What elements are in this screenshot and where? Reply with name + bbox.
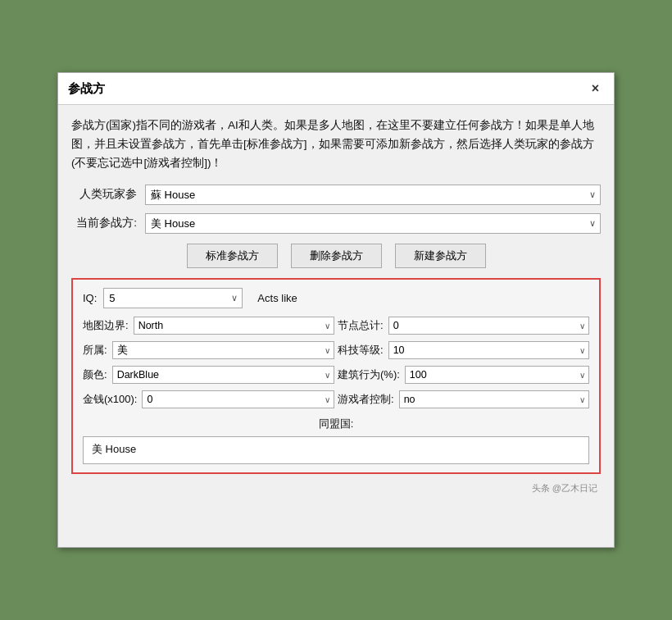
tech-level-select[interactable]: 10 [388,341,589,359]
build-behavior-label: 建筑行为(%): [338,367,400,382]
affiliation-select-wrapper: 美 [112,341,334,359]
node-total-select-wrapper: 0 [388,317,589,335]
node-total-select[interactable]: 0 [388,317,589,335]
current-faction-select-wrapper: 美 House [145,213,601,234]
money-row: 金钱(x100): 0 [83,390,334,408]
human-player-select[interactable]: 蘇 House [145,185,601,205]
map-border-row: 地图边界: North [83,317,334,335]
iq-select-wrapper: 5 [103,288,243,308]
human-player-label: 人类玩家参 [71,187,145,202]
build-behavior-row: 建筑行为(%): 100 [338,366,589,384]
build-behavior-select-wrapper: 100 [405,366,589,384]
build-behavior-select[interactable]: 100 [405,366,589,384]
color-label: 颜色: [83,367,107,382]
standard-faction-button[interactable]: 标准参战方 [187,244,278,268]
player-control-row: 游戏者控制: no [338,390,589,408]
content-area: 参战方(国家)指不同的游戏者，AI和人类。如果是多人地图，在这里不要建立任何参战… [58,105,614,506]
money-label: 金钱(x100): [83,392,137,407]
current-faction-select[interactable]: 美 House [145,213,601,234]
iq-select[interactable]: 5 [103,288,243,308]
dialog: 参战方 × 参战方(国家)指不同的游戏者，AI和人类。如果是多人地图，在这里不要… [57,72,615,548]
affiliation-row: 所属: 美 [83,341,334,359]
acts-like-label: Acts like [257,292,297,304]
ally-section-label: 同盟国: [83,417,589,431]
player-control-select[interactable]: no [399,390,589,408]
close-button[interactable]: × [587,80,604,98]
money-select[interactable]: 0 [142,390,334,408]
details-grid: 地图边界: North 节点总计: 0 [83,317,589,408]
color-select-wrapper: DarkBlue [112,366,334,384]
tech-level-label: 科技等级: [338,343,384,358]
new-faction-button[interactable]: 新建参战方 [395,244,486,268]
map-border-label: 地图边界: [83,318,129,333]
description-text: 参战方(国家)指不同的游戏者，AI和人类。如果是多人地图，在这里不要建立任何参战… [71,116,601,173]
iq-label: IQ: [83,292,97,304]
ally-box: 美 House [83,436,589,464]
watermark: 头条 @乙木日记 [71,482,601,495]
current-faction-row: 当前参战方: 美 House [71,213,601,234]
faction-details-section: IQ: 5 Acts like 地图边界: North [71,278,601,474]
ally-section: 同盟国: 美 House [83,417,589,464]
dialog-title: 参战方 [68,81,105,97]
human-player-row: 人类玩家参 蘇 House [71,185,601,205]
node-total-label: 节点总计: [338,318,384,333]
affiliation-label: 所属: [83,343,107,358]
title-bar: 参战方 × [58,73,614,105]
color-row: 颜色: DarkBlue [83,366,334,384]
human-player-select-wrapper: 蘇 House [145,185,601,205]
buttons-row: 标准参战方 删除参战方 新建参战方 [71,244,601,268]
map-border-select-wrapper: North [134,317,334,335]
delete-faction-button[interactable]: 删除参战方 [291,244,382,268]
tech-level-select-wrapper: 10 [388,341,589,359]
money-select-wrapper: 0 [142,390,334,408]
iq-row: IQ: 5 Acts like [83,288,589,308]
color-select[interactable]: DarkBlue [112,366,334,384]
affiliation-select[interactable]: 美 [112,341,334,359]
player-control-label: 游戏者控制: [338,392,394,407]
map-border-select[interactable]: North [134,317,334,335]
node-total-row: 节点总计: 0 [338,317,589,335]
current-faction-label: 当前参战方: [71,216,145,230]
tech-level-row: 科技等级: 10 [338,341,589,359]
player-control-select-wrapper: no [399,390,589,408]
